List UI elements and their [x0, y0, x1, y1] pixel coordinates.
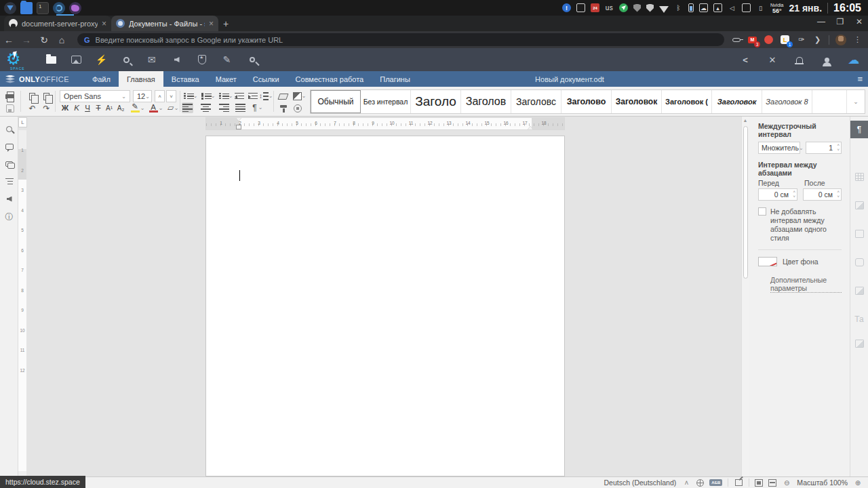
- adblock-extension-icon[interactable]: [764, 35, 774, 45]
- bell-icon[interactable]: [793, 57, 806, 63]
- scroll-up-arrow[interactable]: ▲: [743, 118, 748, 123]
- style-no-spacing[interactable]: Без интервал: [361, 90, 411, 113]
- horizontal-ruler[interactable]: 123456789101112131415161718: [205, 117, 565, 130]
- tab-insert[interactable]: Вставка: [163, 71, 208, 87]
- style-heading-7[interactable]: Заголовок: [712, 90, 762, 113]
- track-changes-icon[interactable]: [734, 479, 743, 487]
- volume-icon[interactable]: ◁: [728, 3, 736, 12]
- user-icon[interactable]: [821, 58, 833, 62]
- battery-icon[interactable]: [688, 3, 694, 12]
- decrease-font-size-button[interactable]: ˅: [166, 90, 176, 102]
- copy-style-button[interactable]: [277, 103, 289, 114]
- background-color-swatch[interactable]: [758, 257, 777, 266]
- navigation-icon[interactable]: [4, 176, 14, 186]
- mail-icon[interactable]: ✉: [146, 54, 157, 65]
- keys-icon[interactable]: [246, 54, 258, 65]
- display-icon[interactable]: [742, 3, 751, 12]
- calendar-tray-icon[interactable]: 24: [591, 3, 599, 12]
- style-heading-3[interactable]: Заголовс: [511, 90, 561, 113]
- style-heading-4[interactable]: Заголово: [561, 90, 612, 113]
- tab-collaboration[interactable]: Совместная работа: [288, 71, 372, 87]
- line-spacing-spinner[interactable]: 1 ˄˅: [806, 142, 842, 154]
- gallery-icon[interactable]: [71, 54, 82, 65]
- vertical-ruler[interactable]: 123456789101112: [18, 130, 26, 476]
- chevron-down-icon[interactable]: ⌄: [210, 93, 216, 99]
- search-icon[interactable]: [121, 54, 132, 65]
- tab-layout[interactable]: Макет: [208, 71, 245, 87]
- spin-up-icon[interactable]: ˄: [793, 190, 795, 195]
- antivirus-shield-icon[interactable]: [646, 4, 654, 12]
- italic-button[interactable]: K: [71, 102, 82, 113]
- eject-icon[interactable]: ▴: [713, 3, 722, 12]
- style-gallery-expand-icon[interactable]: ⌄: [847, 90, 865, 113]
- chevron-down-icon[interactable]: ⌄: [140, 105, 145, 111]
- shape-settings-icon[interactable]: [850, 253, 868, 271]
- decrease-indent-button[interactable]: [233, 91, 245, 102]
- tab-close-icon[interactable]: ×: [102, 19, 106, 28]
- minimize-button[interactable]: —: [816, 17, 826, 26]
- bold-button[interactable]: Ж: [60, 102, 71, 113]
- scrollbar-thumb[interactable]: [743, 126, 748, 279]
- address-bar[interactable]: G Введите поисковый запрос в Google или …: [77, 33, 724, 46]
- browser-menu-icon[interactable]: ⋮: [852, 35, 863, 45]
- same-style-checkbox[interactable]: [758, 207, 766, 216]
- notification-icon[interactable]: !: [562, 3, 571, 12]
- taskbar-app-mail-icon[interactable]: [4, 2, 16, 14]
- font-name-input[interactable]: Open Sans⌄: [60, 90, 130, 102]
- increase-font-size-button[interactable]: ˄: [155, 90, 165, 102]
- taskbar-app-browser-icon[interactable]: [53, 2, 65, 14]
- document-language-globe-icon[interactable]: [696, 479, 704, 487]
- zoom-in-icon[interactable]: ⊕: [853, 479, 863, 487]
- subscript-button[interactable]: A₂: [115, 102, 126, 113]
- language-selector[interactable]: Deutsch (Deutschland): [604, 479, 677, 487]
- style-normal[interactable]: Обычный: [311, 90, 361, 113]
- phone-icon[interactable]: ▯: [756, 3, 765, 12]
- spacing-after-spinner[interactable]: 0 см ˄˅: [803, 188, 842, 201]
- superscript-button[interactable]: A¹: [104, 102, 115, 113]
- bluetooth-icon[interactable]: ᛒ: [674, 3, 683, 12]
- align-right-button[interactable]: [218, 102, 230, 113]
- spacing-before-spinner[interactable]: 0 см ˄˅: [758, 188, 797, 201]
- style-heading-6[interactable]: Заголовок (: [662, 90, 712, 113]
- browser-tab-2-active[interactable]: Документы - Файлы - s ×: [111, 16, 218, 31]
- chat-icon[interactable]: [4, 159, 14, 169]
- share-icon[interactable]: <: [739, 55, 751, 65]
- gmail-extension-icon[interactable]: M 3: [747, 35, 757, 45]
- chevron-down-icon[interactable]: ⌄: [258, 104, 263, 110]
- header-footer-settings-icon[interactable]: [850, 225, 868, 243]
- new-tab-button[interactable]: +: [218, 16, 233, 31]
- workspace-indicator[interactable]: 1: [37, 2, 49, 14]
- paragraph-settings-icon[interactable]: ¶: [850, 121, 868, 138]
- notes-pencil-icon[interactable]: ✎: [221, 54, 233, 65]
- shield-icon[interactable]: [633, 4, 641, 12]
- close-button[interactable]: ✕: [854, 17, 864, 26]
- justify-button[interactable]: [235, 102, 246, 113]
- back-icon[interactable]: ←: [0, 35, 18, 45]
- redo-button[interactable]: ↷: [41, 103, 52, 114]
- style-heading-1[interactable]: Заголо: [411, 90, 461, 113]
- paste-button[interactable]: [41, 91, 52, 102]
- keyboard-layout[interactable]: us: [605, 3, 614, 12]
- fit-width-icon[interactable]: [768, 479, 776, 487]
- undo-button[interactable]: ↶: [26, 103, 38, 114]
- chevron-down-icon[interactable]: ⌄: [174, 105, 179, 111]
- style-heading-8[interactable]: Заголовок 8: [762, 90, 812, 113]
- close-document-icon[interactable]: ✕: [766, 55, 778, 65]
- clock-date[interactable]: 21 янв.: [789, 3, 822, 14]
- tab-home[interactable]: Главная: [119, 71, 163, 87]
- clock-time[interactable]: 16:05: [833, 2, 864, 14]
- search-icon[interactable]: [4, 124, 14, 134]
- right-indent-marker[interactable]: [528, 126, 533, 129]
- align-left-button[interactable]: [182, 102, 193, 113]
- tab-file[interactable]: Файл: [84, 71, 119, 87]
- chevron-down-icon[interactable]: ⌄: [228, 93, 233, 99]
- tab-plugins[interactable]: Плагины: [372, 71, 418, 87]
- extensions-arrow-icon[interactable]: ❯: [812, 35, 823, 45]
- document-page[interactable]: [205, 136, 565, 476]
- spellcheck-button[interactable]: АБВ: [709, 479, 722, 486]
- security-shield-icon[interactable]: [196, 54, 208, 65]
- telegram-icon[interactable]: [619, 3, 628, 12]
- zoom-out-icon[interactable]: ⊖: [782, 479, 791, 487]
- spin-down-icon[interactable]: ˅: [793, 195, 795, 199]
- portal-logo[interactable]: ⚙ SPACE: [3, 49, 26, 70]
